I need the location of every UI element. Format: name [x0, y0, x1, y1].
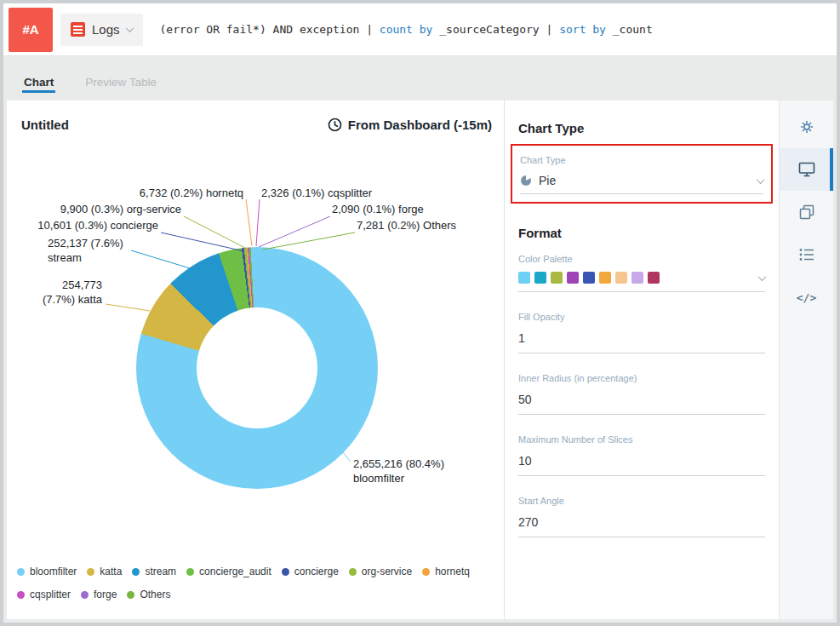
donut-hole	[197, 307, 317, 428]
pie-value-label: 6,732 (0.2%) hornetq	[140, 186, 243, 200]
palette-swatch	[631, 272, 643, 284]
pie-value-label: 10,601 (0.3%) concierge	[37, 218, 158, 233]
field-value-input[interactable]: 1	[518, 331, 765, 353]
legend-dot	[422, 568, 430, 576]
legend-label: stream	[145, 566, 176, 577]
palette-field-label: Color Palette	[518, 254, 765, 264]
legend-label: katta	[100, 566, 122, 577]
palette-swatch	[615, 272, 627, 284]
tab-preview-table[interactable]: Preview Table	[85, 76, 157, 101]
legend-dot	[17, 568, 25, 576]
legend-label: bloomfilter	[30, 566, 77, 577]
query-segment: count by	[380, 23, 433, 36]
legend-item-concierge_audit[interactable]: concierge_audit	[186, 566, 271, 577]
legend-dot	[87, 568, 94, 576]
palette-swatch	[534, 272, 546, 284]
time-range-label: From Dashboard (-15m)	[348, 118, 492, 132]
pie-value-label: 2,090 (0.1%) forge	[332, 202, 424, 216]
chart-type-select[interactable]: Pie	[520, 174, 763, 194]
clock-icon	[328, 118, 342, 132]
code-icon: </>	[797, 291, 816, 304]
copy-icon	[799, 204, 814, 220]
annotation-chart-type: Chart Type Pie	[511, 144, 773, 204]
pie-chart: 2,655,216 (80.4%) bloomfilter254,773 (7.…	[7, 101, 503, 619]
legend-dot	[349, 568, 357, 576]
legend-dot	[127, 591, 134, 599]
panel-badge: #A	[9, 8, 53, 52]
palette-swatch	[518, 272, 530, 284]
chevron-down-icon	[125, 24, 134, 32]
palette-swatch	[599, 272, 611, 284]
chevron-down-icon	[758, 273, 767, 281]
monitor-icon	[798, 162, 815, 177]
legend-label: org-service	[362, 566, 412, 577]
palette-swatch	[551, 272, 563, 284]
legend-item-bloomfilter[interactable]: bloomfilter	[17, 566, 77, 577]
color-palette-select[interactable]	[518, 272, 765, 292]
query-input[interactable]: (error OR fail*) AND exception | count b…	[160, 23, 653, 36]
legend-dot	[17, 591, 25, 599]
chart-title: Untitled	[21, 118, 69, 132]
field-label: Start Angle	[518, 496, 564, 506]
list-icon	[799, 248, 814, 261]
field-fill-opacity: Fill Opacity1	[518, 308, 765, 353]
settings-gear-button[interactable]	[780, 106, 833, 148]
pie-value-label: 252,137 (7.6%) stream	[48, 236, 123, 265]
field-maximum-number-of-slices: Maximum Number of Slices10	[518, 431, 765, 476]
legend-label: forge	[94, 589, 117, 600]
legend-dot	[186, 568, 194, 576]
gear-icon	[798, 118, 815, 135]
palette-swatch	[583, 272, 595, 284]
field-label: Maximum Number of Slices	[518, 434, 632, 445]
time-range-button[interactable]: From Dashboard (-15m)	[328, 118, 492, 132]
pie-icon	[520, 175, 532, 187]
duplicate-button[interactable]	[780, 191, 833, 233]
chart-type-field-label: Chart Type	[520, 155, 566, 165]
list-view-button[interactable]	[780, 233, 833, 276]
tab-chart[interactable]: Chart	[24, 76, 54, 101]
legend-item-stream[interactable]: stream	[132, 566, 176, 577]
legend-label: cqsplitter	[30, 589, 71, 600]
legend-label: concierge	[294, 566, 339, 577]
legend-dot	[81, 591, 89, 599]
legend-item-hornetq[interactable]: hornetq	[422, 566, 470, 577]
chart-legend: bloomfilterkattastreamconcierge_auditcon…	[17, 566, 503, 600]
field-value-input[interactable]: 50	[518, 393, 765, 415]
legend-label: Others	[140, 589, 170, 600]
field-value-input[interactable]: 10	[518, 454, 765, 476]
field-label: Fill Opacity	[518, 312, 564, 322]
palette-swatch	[567, 272, 579, 284]
legend-dot	[132, 568, 140, 576]
display-settings-button[interactable]	[780, 148, 833, 191]
legend-dot	[282, 568, 289, 576]
tool-strip: </>	[779, 101, 833, 619]
section-chart-type: Chart Type	[518, 121, 765, 135]
legend-item-forge[interactable]: forge	[81, 589, 117, 600]
query-segment: _sourceCategory |	[432, 23, 559, 36]
query-segment: (error OR fail*) AND exception |	[160, 23, 380, 36]
pie-value-label: 2,326 (0.1%) cqsplitter	[261, 186, 372, 200]
legend-label: concierge_audit	[199, 566, 271, 577]
query-segment: _count	[606, 23, 653, 36]
section-format: Format	[518, 226, 765, 240]
code-view-button[interactable]: </>	[780, 276, 833, 319]
source-type-label: Logs	[92, 22, 120, 37]
chart-panel: Untitled From Dashboard (-15m) 2,655,216…	[7, 101, 504, 619]
main-panel: Untitled From Dashboard (-15m) 2,655,216…	[7, 101, 833, 619]
field-label: Inner Radius (in percentage)	[518, 373, 637, 383]
legend-item-concierge[interactable]: concierge	[282, 566, 339, 577]
field-start-angle: Start Angle270	[518, 492, 765, 537]
pie-value-label: 9,900 (0.3%) org-service	[60, 202, 181, 216]
legend-item-org-service[interactable]: org-service	[349, 566, 412, 577]
chart-type-value: Pie	[539, 174, 556, 187]
field-inner-radius-in-percentage-: Inner Radius (in percentage)50	[518, 370, 765, 415]
query-segment: sort by	[559, 23, 606, 36]
legend-item-cqsplitter[interactable]: cqsplitter	[17, 589, 71, 600]
logs-icon	[71, 22, 85, 37]
legend-item-Others[interactable]: Others	[127, 589, 170, 600]
tab-bar: Chart Preview Table	[3, 56, 837, 101]
source-type-dropdown[interactable]: Logs	[60, 14, 143, 46]
legend-item-katta[interactable]: katta	[87, 566, 122, 577]
palette-swatch	[648, 272, 660, 284]
field-value-input[interactable]: 270	[518, 515, 765, 537]
